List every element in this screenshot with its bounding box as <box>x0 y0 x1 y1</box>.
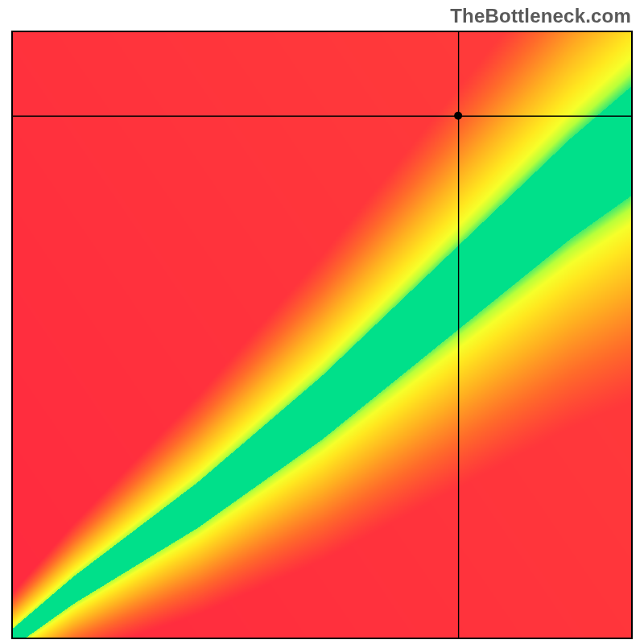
bottleneck-heatmap <box>11 31 633 639</box>
heatmap-canvas <box>11 31 633 639</box>
attribution-text: TheBottleneck.com <box>450 5 631 27</box>
